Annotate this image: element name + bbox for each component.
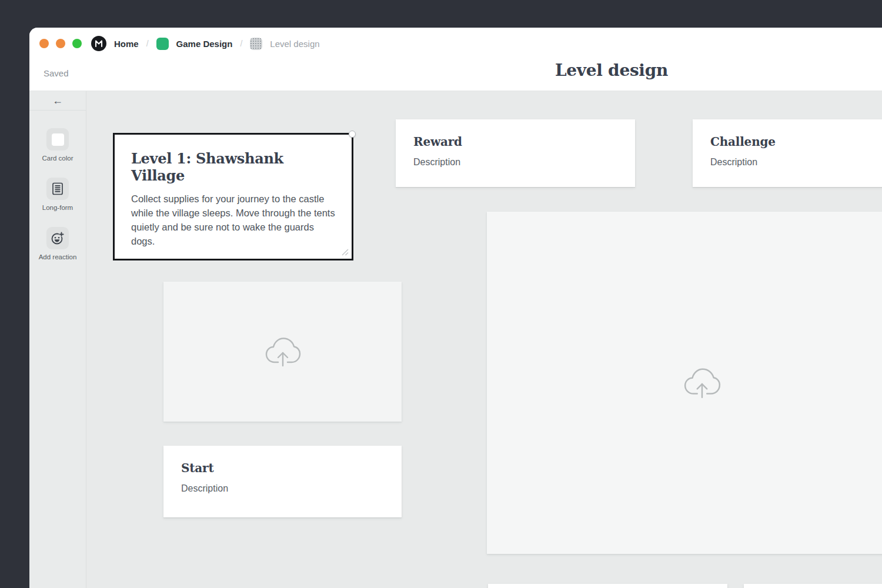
long-form-button[interactable] (46, 178, 69, 200)
app-window: Home / Game Design / Level design Saved … (29, 28, 882, 588)
image-upload-placeholder[interactable] (163, 282, 402, 422)
tool-long-form[interactable]: Long-form (42, 178, 73, 211)
upload-cloud-icon (682, 366, 722, 400)
breadcrumb-item-level-design[interactable]: Level design (250, 38, 319, 50)
green-board-icon (156, 38, 169, 50)
sidebar-back-button[interactable]: ← (29, 91, 86, 111)
note-card-reward[interactable]: Reward Description (396, 119, 635, 187)
tool-label: Card color (42, 155, 73, 162)
note-card-start[interactable]: Start Description (163, 446, 402, 517)
note-card-title[interactable]: Level 1: Shawshank Village (131, 150, 335, 184)
tool-label: Add reaction (39, 253, 77, 260)
upload-cloud-icon (263, 335, 302, 368)
window-close-button[interactable] (39, 39, 49, 48)
breadcrumb-separator: / (146, 39, 149, 48)
note-card-title[interactable]: Start (181, 461, 384, 475)
board-canvas[interactable]: Level 1: Shawshank Village Collect suppl… (86, 91, 882, 588)
note-card-partial[interactable] (488, 584, 727, 588)
pattern-board-icon (250, 38, 262, 50)
page-title[interactable]: Level design (555, 61, 668, 80)
add-reaction-smiley-icon (50, 230, 65, 246)
note-card-level-1[interactable]: Level 1: Shawshank Village Collect suppl… (113, 133, 353, 260)
long-form-document-icon (51, 182, 65, 196)
note-card-description[interactable]: Description (413, 157, 617, 168)
image-upload-placeholder-large[interactable] (487, 212, 882, 554)
breadcrumb-label: Game Design (176, 39, 233, 49)
resize-grip-icon[interactable] (340, 247, 349, 256)
breadcrumb-item-home[interactable]: Home (91, 36, 139, 51)
note-card-partial[interactable] (744, 584, 882, 588)
back-arrow-icon: ← (52, 95, 63, 106)
selection-resize-handle[interactable] (349, 131, 356, 138)
window-controls (39, 39, 82, 48)
breadcrumb-item-game-design[interactable]: Game Design (156, 38, 233, 50)
tool-sidebar: ← Card color Long (29, 91, 86, 588)
breadcrumb: Home / Game Design / Level design (91, 36, 320, 51)
sidebar-tools: Card color Long-form (29, 111, 86, 276)
window-header: Home / Game Design / Level design Saved … (29, 28, 882, 91)
note-card-description[interactable]: Description (181, 483, 384, 494)
note-card-description[interactable]: Description (710, 157, 882, 168)
card-color-button[interactable] (46, 128, 69, 151)
add-reaction-button[interactable] (46, 227, 69, 249)
tool-label: Long-form (42, 204, 73, 211)
note-card-title[interactable]: Reward (413, 135, 617, 149)
window-zoom-button[interactable] (72, 39, 82, 48)
note-card-body[interactable]: Collect supplies for your journey to the… (131, 192, 335, 248)
save-status: Saved (44, 68, 69, 78)
breadcrumb-separator: / (240, 39, 242, 48)
tool-add-reaction[interactable]: Add reaction (39, 227, 77, 260)
card-color-swatch-icon (52, 133, 64, 146)
tool-card-color[interactable]: Card color (42, 128, 73, 162)
note-card-challenge[interactable]: Challenge Description (693, 119, 882, 187)
window-minimize-button[interactable] (56, 39, 65, 48)
breadcrumb-label: Level design (270, 39, 319, 49)
breadcrumb-label: Home (114, 39, 139, 49)
milanote-logo-icon (91, 36, 106, 51)
note-card-title[interactable]: Challenge (710, 135, 882, 149)
